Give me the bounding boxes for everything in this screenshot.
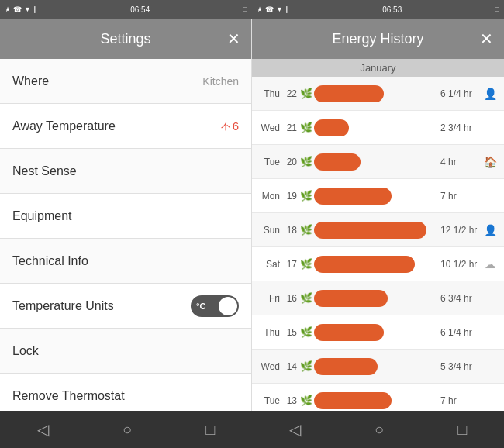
star-icon: ★ [5, 5, 11, 13]
date-label: 15 [283, 327, 297, 338]
duration-label: 7 hr [437, 191, 479, 202]
energy-close-button[interactable]: ✕ [480, 29, 493, 48]
energy-row-wed14: Wed 14 🌿 5 3/4 hr [252, 350, 504, 384]
bar-container [314, 289, 434, 308]
bar-container [314, 357, 434, 376]
settings-item-temp-units[interactable]: Temperature Units °C [0, 284, 251, 329]
energy-row-tue20: Tue 20 🌿 4 hr 🏠 [252, 145, 504, 179]
day-label: Sun [258, 225, 280, 236]
duration-label: 5 3/4 hr [437, 361, 479, 372]
settings-item-where[interactable]: Where Kitchen [0, 59, 251, 104]
settings-title: Settings [100, 31, 150, 47]
mode-icon-home: 🏠 [482, 156, 498, 168]
duration-label: 6 1/4 hr [437, 88, 479, 99]
duration-label: 6 3/4 hr [437, 293, 479, 304]
temp-units-toggle[interactable]: °C [191, 295, 239, 317]
where-value: Kitchen [202, 75, 239, 88]
bar-container [314, 187, 434, 205]
day-label: Tue [258, 157, 280, 167]
right-time: 06:53 [382, 5, 402, 14]
away-number: 6 [233, 119, 239, 133]
right-status-bar: ★ ☎ ▼ ∥ 06:53 □ [252, 0, 504, 19]
back-button[interactable]: ◁ [37, 420, 49, 439]
leaf-icon: 🌿 [300, 395, 311, 406]
left-status-icons: ★ ☎ ▼ ∥ [5, 5, 37, 13]
temp-units-label: Temperature Units [12, 299, 114, 313]
energy-row-sat17: Sat 17 🌿 10 1/2 hr ☁ [252, 247, 504, 281]
day-label: Sat [258, 259, 280, 270]
settings-item-equipment[interactable]: Equipment [0, 194, 251, 239]
leaf-icon: 🌿 [300, 326, 311, 338]
leaf-icon: 🌿 [300, 122, 311, 133]
signal-icon2: ∥ [285, 5, 289, 13]
right-nav-bar: ◁ ○ □ [252, 411, 504, 448]
leaf-icon: 🌿 [300, 88, 311, 99]
duration-label: 7 hr [437, 395, 479, 406]
bar-container [314, 391, 434, 410]
energy-row-fri16: Fri 16 🌿 6 3/4 hr [252, 281, 504, 315]
bar-container [314, 255, 434, 274]
energy-bar [314, 222, 426, 239]
day-label: Wed [258, 361, 280, 372]
bar-container [314, 84, 434, 103]
energy-row-thu22: Thu 22 🌿 6 1/4 hr 👤 [252, 77, 504, 111]
day-label: Wed [258, 122, 280, 133]
energy-row-mon19: Mon 19 🌿 7 hr [252, 179, 504, 213]
away-temp-label: Away Temperature [12, 119, 116, 133]
energy-row-thu15: Thu 15 🌿 6 1/4 hr [252, 315, 504, 350]
away-icon: 不 [221, 119, 231, 133]
day-label: Thu [258, 88, 280, 99]
energy-header: Energy History ✕ [252, 19, 504, 59]
day-label: Fri [258, 293, 280, 304]
settings-item-remove-thermostat[interactable]: Remove Thermostat [0, 374, 251, 411]
energy-bar [314, 392, 392, 409]
energy-row-sun18: Sun 18 🌿 12 1/2 hr 👤 [252, 213, 504, 247]
energy-row-wed21: Wed 21 🌿 2 3/4 hr [252, 111, 504, 145]
duration-label: 6 1/4 hr [437, 327, 479, 338]
settings-item-lock[interactable]: Lock [0, 329, 251, 374]
right-status-icons: ★ ☎ ▼ ∥ [257, 5, 289, 13]
mode-icon-cloud: ☁ [482, 258, 498, 271]
energy-bar [314, 188, 392, 205]
back-button2[interactable]: ◁ [289, 420, 301, 439]
energy-panel: Energy History ✕ January Thu 22 🌿 6 1/4 … [252, 19, 504, 411]
date-label: 21 [283, 122, 297, 133]
right-right-icons: □ [495, 5, 499, 13]
settings-close-button[interactable]: ✕ [227, 29, 240, 48]
recents-button[interactable]: □ [205, 421, 215, 439]
date-label: 19 [283, 191, 297, 202]
settings-panel: Settings ✕ Where Kitchen Away Temperatur… [0, 19, 252, 411]
date-label: 17 [283, 259, 297, 270]
home-button[interactable]: ○ [123, 421, 132, 439]
bar-container [314, 153, 434, 171]
settings-item-nest-sense[interactable]: Nest Sense [0, 149, 251, 194]
duration-label: 2 3/4 hr [437, 122, 479, 133]
energy-bar [314, 324, 384, 341]
nest-sense-label: Nest Sense [12, 164, 77, 178]
duration-label: 10 1/2 hr [437, 259, 479, 270]
energy-bar [314, 358, 378, 375]
date-label: 18 [283, 225, 297, 236]
date-label: 14 [283, 361, 297, 372]
day-label: Tue [258, 395, 280, 406]
wifi-icon: ▼ [24, 5, 31, 13]
left-time: 06:54 [130, 5, 150, 14]
settings-item-technical-info[interactable]: Technical Info [0, 239, 251, 284]
recents-button2[interactable]: □ [457, 421, 467, 439]
energy-bar [314, 256, 415, 273]
toggle-label: °C [196, 302, 205, 311]
toggle-knob [219, 297, 237, 315]
date-label: 20 [283, 157, 297, 167]
leaf-icon: 🌿 [300, 190, 311, 202]
bar-container [314, 221, 434, 240]
technical-info-label: Technical Info [12, 254, 88, 268]
battery-icon2: □ [495, 5, 499, 13]
equipment-label: Equipment [12, 209, 72, 223]
lock-label: Lock [12, 344, 39, 358]
left-status-bar: ★ ☎ ▼ ∥ 06:54 □ [0, 0, 252, 19]
home-button2[interactable]: ○ [375, 421, 384, 439]
settings-item-away-temp[interactable]: Away Temperature 不 6 [0, 104, 251, 149]
remove-thermostat-label: Remove Thermostat [12, 389, 125, 403]
main-content: Settings ✕ Where Kitchen Away Temperatur… [0, 19, 504, 411]
left-right-icons: □ [243, 5, 247, 13]
